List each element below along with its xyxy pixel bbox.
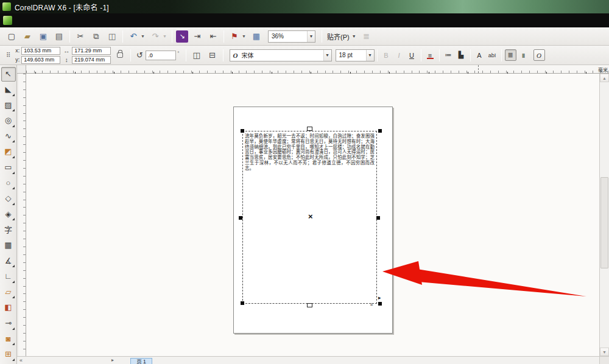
italic-button: I (393, 49, 405, 61)
redo-dropdown-icon: ▼ (161, 30, 168, 43)
drop-cap-icon[interactable]: ▙ (456, 49, 467, 61)
selection-handle-top-left[interactable] (241, 129, 244, 133)
open-icon[interactable]: ▰ (21, 30, 34, 43)
color-eyedropper-tool[interactable]: ⊸ (1, 317, 16, 331)
text-tool[interactable]: 字 (1, 223, 16, 237)
welcome-screen-icon[interactable]: ▦ (250, 30, 263, 43)
y-label: y: (13, 57, 19, 63)
first-page-icon[interactable]: « (19, 357, 23, 363)
degree-label: ° (177, 51, 179, 56)
drop-shadow-tool[interactable]: ▱ (1, 285, 16, 299)
property-bar: ⠿ x: y: ↔ ↕ ↺ ° ◫ ⊟ O 宋体 ▼ 18 pt ▼ B I U… (0, 46, 609, 65)
text-properties-button[interactable]: O (533, 49, 545, 61)
ellipse-tool[interactable]: ○ (1, 176, 16, 191)
new-document-icon[interactable]: ▢ (5, 30, 18, 43)
underline-button[interactable]: U (406, 49, 418, 61)
character-formatting-icon[interactable]: A (474, 49, 485, 61)
x-label: x: (13, 47, 19, 54)
polygon-tool[interactable]: ◇ (1, 192, 16, 206)
toolbar-separator (172, 30, 172, 43)
font-dropdown-icon[interactable]: ▼ (323, 50, 331, 61)
snap-dropdown-icon[interactable]: ▼ (352, 34, 356, 38)
mirror-vertical-icon[interactable]: ⊟ (206, 49, 219, 62)
selection-handle-top-right[interactable] (378, 129, 382, 133)
zoom-level-combo[interactable]: 36% ▼ (268, 30, 315, 43)
vertical-scrollbar[interactable]: ▲ ▼ (599, 74, 609, 356)
y-position-field[interactable] (21, 56, 60, 64)
smart-fill-tool[interactable]: ◩ (1, 145, 16, 159)
save-icon[interactable]: ▣ (37, 30, 50, 43)
copy-icon[interactable]: ⧉ (90, 30, 103, 43)
font-name-value: 宋体 (241, 51, 253, 60)
freehand-tool[interactable]: ∿ (1, 129, 16, 144)
text-flow-tab-top[interactable] (307, 127, 312, 131)
snap-to-button[interactable]: 贴齐(P) ▼ (325, 32, 359, 41)
scroll-down-icon[interactable]: ▼ (600, 348, 609, 356)
toolbar-separator (122, 30, 123, 43)
undo-icon[interactable]: ↶ (127, 30, 140, 43)
table-tool[interactable]: ▦ (1, 239, 16, 253)
horizontal-ruler[interactable]: 毫米 (26, 65, 609, 74)
page-boundary-marker (478, 65, 479, 73)
crop-tool[interactable]: ▨ (1, 98, 16, 113)
app-launcher-icon[interactable]: ⚑ (228, 30, 241, 43)
zoom-tool[interactable]: ◎ (1, 114, 16, 128)
font-size-dropdown-icon[interactable]: ▼ (366, 50, 374, 61)
selection-handle-middle-left[interactable] (239, 216, 242, 220)
selection-handle-bottom-right[interactable] (378, 302, 382, 306)
font-list-combo[interactable]: O 宋体 ▼ (230, 49, 332, 61)
x-position-field[interactable] (21, 47, 60, 55)
bulleted-list-icon[interactable]: ≔ (443, 49, 454, 61)
object-width-field[interactable] (72, 47, 111, 55)
rectangle-tool[interactable]: ▭ (1, 161, 16, 175)
next-page-icon[interactable]: ▸ (111, 357, 114, 363)
toolbar-icons: ▢▰▣▤✂⧉◫↶▼↷▼↘⇥⇤⚑▼▦ (4, 30, 264, 43)
vertical-text-icon[interactable]: |||| (518, 49, 529, 61)
text-flow-arrow-icon[interactable]: ▸ (378, 295, 381, 301)
text-alignment-icon[interactable]: ≡ (424, 49, 436, 61)
horizontal-text-icon[interactable]: ≣ (505, 49, 516, 61)
export-icon[interactable]: ⇤ (206, 30, 220, 43)
search-content-icon[interactable]: ↘ (176, 30, 188, 43)
vertical-ruler[interactable] (18, 74, 26, 356)
scrollbar-corner (599, 357, 609, 364)
font-size-combo[interactable]: 18 pt ▼ (336, 49, 375, 61)
opentype-icon: O (233, 52, 238, 59)
rotation-angle-field[interactable] (146, 51, 176, 60)
interactive-fill-tool[interactable]: ⊞ (1, 348, 16, 362)
undo-dropdown-icon[interactable]: ▼ (139, 30, 146, 43)
frame-text-content: 流年莫负新岁，韶光一去不返；时间如梭，白驹过隙；奋发图强趁早，莫使年华虚度；常将… (243, 131, 376, 172)
pick-tool[interactable]: ↖ (1, 67, 16, 82)
connector-tool[interactable]: ∟ (1, 270, 16, 284)
text-flow-tab-bottom[interactable] (307, 303, 312, 307)
window-title: CorelDRAW X6 - [未命名 -1] (15, 2, 109, 12)
app-logo-icon (2, 2, 11, 11)
object-center-mark[interactable]: × (308, 212, 313, 220)
print-icon[interactable]: ▤ (52, 30, 66, 43)
bold-button: B (381, 49, 392, 61)
text-overflow-icon: ≡ (370, 303, 373, 307)
object-height-field[interactable] (72, 56, 111, 64)
zoom-dropdown-icon[interactable]: ▼ (307, 31, 315, 42)
shape-tool[interactable]: ◣ (1, 83, 16, 97)
import-icon[interactable]: ⇥ (191, 30, 204, 43)
paste-icon[interactable]: ◫ (105, 30, 119, 43)
redo-icon: ↷ (149, 30, 162, 43)
dimension-tool[interactable]: ∡ (1, 254, 16, 268)
mirror-horizontal-icon[interactable]: ◫ (190, 49, 203, 62)
launcher-dropdown-icon[interactable]: ▼ (241, 30, 247, 43)
selection-handle-middle-right[interactable] (376, 216, 380, 220)
scroll-up-icon[interactable]: ▲ (600, 74, 609, 82)
cut-icon[interactable]: ✂ (74, 30, 87, 43)
coreldraw-window: { "window": { "title": "CorelDRAW X6 - [… (0, 0, 609, 364)
lock-ratio-icon[interactable] (117, 52, 123, 58)
scrollbar-thumb[interactable] (600, 177, 608, 268)
fill-tool[interactable]: ◙ (1, 332, 16, 346)
selection-handle-bottom-left[interactable] (241, 301, 244, 305)
basic-shapes-tool[interactable]: ◈ (1, 207, 16, 222)
ruler-origin-corner[interactable] (17, 65, 26, 74)
edit-text-icon[interactable]: abI (487, 49, 498, 61)
font-size-value: 18 pt (339, 52, 353, 58)
page-tab[interactable]: 页 1 (130, 358, 152, 364)
transparency-tool[interactable]: ◧ (1, 301, 16, 315)
